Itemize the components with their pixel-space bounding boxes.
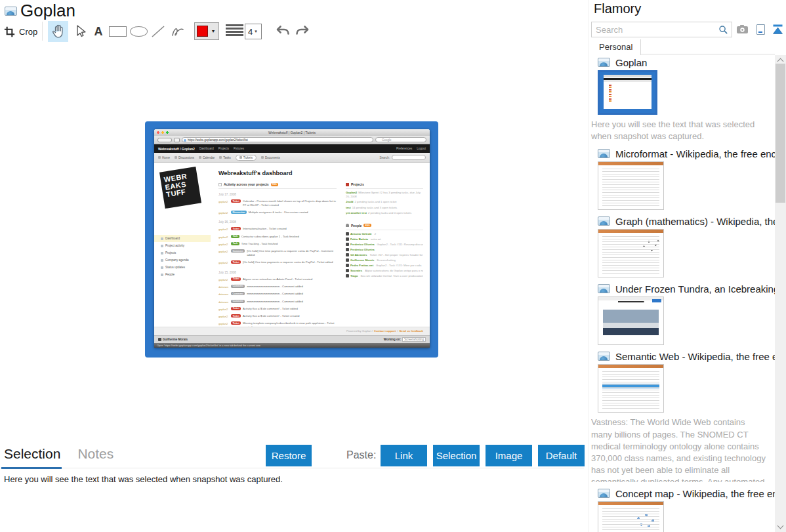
pan-tool-button[interactable] [48, 21, 68, 42]
activity-text: Activity flux a#$ de comment! - Ticket c… [243, 313, 299, 320]
captured-activity-column: Activity across your projects RSS July 1… [218, 182, 337, 327]
undo-icon [275, 25, 291, 38]
tab-selection[interactable]: Selection [4, 446, 60, 462]
tab-notes[interactable]: Notes [77, 446, 114, 462]
rectangle-tool-button[interactable] [107, 21, 128, 42]
activity-badge: Ticket [231, 314, 241, 317]
snapshot-thumbnail[interactable] [598, 501, 664, 532]
new-note-button[interactable] [753, 23, 768, 35]
tab-personal[interactable]: Personal [591, 39, 641, 55]
captured-brand: Webreakstuff / Goplan2 [158, 147, 195, 151]
activity-entry: goplan2 Ticket [On hold] One time paymen… [218, 259, 337, 266]
captured-top-nav-right: PreferencesLogout [396, 147, 426, 150]
paste-image-button[interactable]: Image [486, 445, 532, 466]
avatar [346, 264, 349, 267]
snapshot-thumbnail[interactable] [598, 297, 664, 345]
activity-entry: goplan2 Discussion Multiple assignees & … [218, 209, 337, 216]
tab-icon [239, 156, 242, 159]
crop-button[interactable]: Crop [4, 21, 37, 42]
redo-button[interactable] [293, 21, 312, 42]
captured-tabs: HomeDiscussionsCalendarTasksTicketsDocum… [158, 155, 280, 161]
list-item[interactable]: Concept map - Wikipedia, the free encycl… [589, 487, 775, 532]
avatar [346, 269, 349, 272]
avatar [346, 243, 349, 246]
scrollbar-thumb[interactable] [776, 64, 785, 203]
list-item-header[interactable]: Concept map - Wikipedia, the free encycl… [598, 487, 775, 499]
search-input[interactable] [592, 22, 710, 37]
list-item[interactable]: Semantic Web - Wikipedia, the free encyc… [589, 350, 775, 482]
color-picker[interactable]: ▾ [194, 22, 219, 40]
project-row: Jnuld2 pending tasks and 1 open ticket [346, 200, 423, 204]
line-tool-button[interactable] [149, 21, 167, 42]
snapshot-thumbnail[interactable] [598, 161, 664, 210]
activity-badge: Ticket [231, 307, 241, 310]
text-tool-button[interactable]: A [91, 21, 106, 42]
list-item[interactable]: Microformat - Wikipedia, the free encycl… [589, 148, 775, 210]
list-item[interactable]: Goplan Here you will see the text that w… [589, 56, 775, 142]
captured-tab: Home [158, 156, 170, 159]
projects-list: Goplan2Milestone Sprint #2 has 3 pending… [346, 191, 423, 215]
editor-canvas[interactable]: Webreakstuff | Goplan2 | Tickets https:/… [0, 43, 589, 441]
scrollbar[interactable] [775, 55, 786, 532]
activity-project: goplan2 [218, 226, 229, 231]
captured-menu-item: Project activity [154, 242, 211, 249]
freehand-tool-button[interactable] [168, 21, 187, 42]
text-tool-label: A [94, 25, 103, 39]
restore-button[interactable]: Restore [266, 445, 312, 466]
activity-badge: Ticket [231, 277, 241, 281]
scroll-down-icon[interactable] [775, 522, 786, 532]
activity-badge: Task [231, 235, 239, 238]
list-item-header[interactable]: Goplan [598, 56, 775, 68]
chevron-down-icon: ▾ [208, 28, 218, 34]
flamory-sidebar: Flamory Personal Goplan [589, 0, 786, 532]
menu-icon [161, 237, 163, 240]
ellipse-tool-button[interactable] [129, 21, 149, 42]
project-row: test14 pending tasks and 3 open tickets [346, 206, 423, 210]
list-item-header[interactable]: Microformat - Wikipedia, the free encycl… [598, 148, 775, 159]
list-item[interactable]: Graph (mathematics) - Wikipedia, the fre… [589, 215, 775, 277]
tab-icon [158, 156, 161, 159]
list-item-header[interactable]: Graph (mathematics) - Wikipedia, the fre… [598, 215, 775, 227]
list-item-header[interactable]: Semantic Web - Wikipedia, the free encyc… [598, 350, 775, 362]
activity-entry: goplan2 Ticket Internationalisation - Ti… [218, 226, 337, 233]
captured-menu-item: Company agenda [154, 256, 211, 264]
hand-icon [51, 24, 66, 39]
app-header: Goplan [0, 0, 589, 21]
snapshot-app-icon [598, 58, 610, 67]
crop-label: Crop [19, 27, 37, 37]
activity-entry: July 15, 2008 [218, 271, 337, 276]
paste-link-button[interactable]: Link [381, 445, 427, 466]
captured-sidebar: WEBR EAKS TUFF DashboardProject activity… [154, 163, 211, 327]
snapshot-thumbnail[interactable] [598, 229, 664, 277]
collapse-panel-button[interactable] [770, 23, 785, 35]
activity-text: [On hold] One time payments a requerer c… [243, 259, 333, 266]
activity-project: goplan2 [218, 209, 229, 215]
captured-top-nav: DashboardProjectsFixtures [199, 147, 244, 150]
back-forward-icons [157, 138, 172, 142]
tab-icon [175, 156, 177, 159]
activity-project: goplan2 [218, 241, 229, 246]
avatar [346, 274, 349, 277]
person-row: Frederico OliveiraGoplan2 - Task #111: R… [346, 243, 423, 246]
search-box[interactable] [591, 22, 732, 37]
list-item[interactable]: Under Frozen Tundra, an Icebreaking Ship… [589, 283, 775, 345]
captured-browser-statusbar: Open 'https://webs.goplanapp.com/goplan2… [154, 343, 430, 348]
list-item-caption: Here you will see the text that was sele… [591, 119, 767, 142]
tab-icon [261, 156, 264, 159]
activity-badge: Discussion [231, 211, 247, 214]
paste-selection-button[interactable]: Selection [433, 445, 480, 466]
undo-button[interactable] [274, 21, 292, 42]
capture-screenshot-button[interactable] [735, 23, 749, 35]
paste-default-button[interactable]: Default [538, 445, 585, 466]
list-item-header[interactable]: Under Frozen Tundra, an Icebreaking Ship… [598, 283, 775, 295]
select-tool-button[interactable] [70, 21, 90, 42]
snapshot-thumbnail[interactable] [598, 364, 664, 413]
snapshot-thumbnail[interactable] [598, 70, 657, 115]
working-on-label: Working on: [384, 338, 401, 341]
activity-date: July 15, 2008 [218, 271, 337, 274]
snapshot-list: Goplan Here you will see the text that w… [589, 55, 775, 532]
activity-project: goplan2 [218, 306, 229, 311]
plus-icon [174, 138, 180, 142]
selection-text: Here you will see the text that was sele… [4, 474, 283, 484]
stroke-width-select[interactable]: 4 ▾ [245, 24, 262, 39]
